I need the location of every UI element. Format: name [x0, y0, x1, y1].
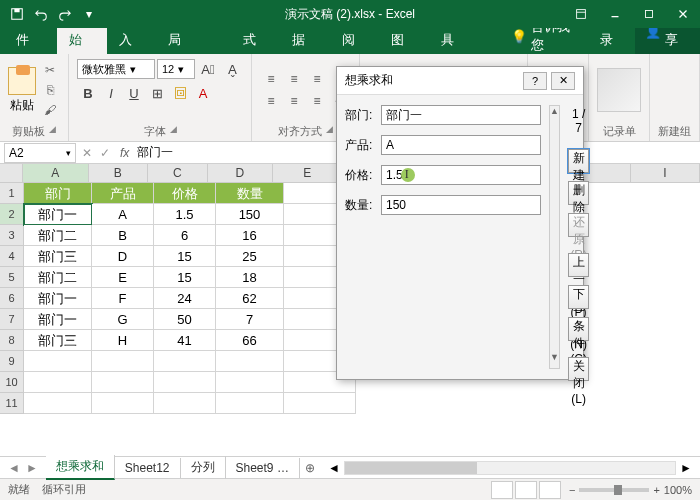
select-all-corner[interactable] — [0, 164, 23, 182]
new-record-button[interactable]: 新建(W) — [568, 149, 589, 173]
sheet-tab[interactable]: 分列 — [181, 456, 226, 479]
cell[interactable]: 部门二 — [24, 267, 92, 288]
cell[interactable]: 150 — [216, 204, 284, 225]
dialog-scrollbar[interactable]: ▲ ▼ — [549, 105, 560, 369]
paste-button[interactable]: 粘贴 — [8, 67, 36, 114]
decrease-font-button[interactable]: A̬ — [221, 58, 243, 80]
cells[interactable]: 部门产品价格数量部门一A1.5150部门二B616部门三D1525部门二E151… — [24, 183, 356, 414]
bold-button[interactable]: B — [77, 82, 99, 104]
delete-record-button[interactable]: 删除(D) — [568, 181, 589, 205]
save-button[interactable] — [6, 3, 28, 25]
border-button[interactable]: ⊞ — [146, 82, 168, 104]
cell[interactable]: G — [92, 309, 154, 330]
cell[interactable]: 部门一 — [24, 309, 92, 330]
scroll-left-button[interactable]: ◄ — [328, 461, 340, 475]
sheet-nav-next[interactable]: ► — [26, 461, 38, 475]
cell[interactable]: 24 — [154, 288, 216, 309]
undo-button[interactable] — [30, 3, 52, 25]
format-painter-button[interactable]: 🖌 — [40, 101, 60, 119]
row-header[interactable]: 5 — [0, 267, 24, 288]
name-box[interactable]: A2▾ — [4, 143, 76, 163]
cell[interactable]: 25 — [216, 246, 284, 267]
col-header-c[interactable]: C — [148, 164, 208, 182]
align-bottom-button[interactable]: ≡ — [306, 69, 328, 89]
cell[interactable]: E — [92, 267, 154, 288]
view-layout-button[interactable] — [515, 481, 537, 499]
row-header[interactable]: 2 — [0, 204, 24, 225]
cell[interactable] — [24, 351, 92, 372]
dialog-titlebar[interactable]: 想乘求和 ? ✕ — [337, 67, 583, 95]
cell[interactable] — [24, 393, 92, 414]
dialog-help-button[interactable]: ? — [523, 72, 547, 90]
cell[interactable]: 6 — [154, 225, 216, 246]
close-button[interactable] — [666, 0, 700, 28]
cell[interactable]: 价格 — [154, 183, 216, 204]
cell[interactable]: 7 — [216, 309, 284, 330]
cell[interactable]: 部门 — [24, 183, 92, 204]
alignment-launcher[interactable]: ◢ — [326, 124, 333, 139]
price-input[interactable]: 1.5 — [381, 165, 541, 185]
col-header-d[interactable]: D — [208, 164, 273, 182]
cell[interactable]: 部门二 — [24, 225, 92, 246]
add-sheet-button[interactable]: ⊕ — [300, 461, 320, 475]
row-header[interactable]: 7 — [0, 309, 24, 330]
scroll-up-button[interactable]: ▲ — [550, 106, 559, 122]
fill-color-button[interactable]: 🞖 — [169, 82, 191, 104]
cell[interactable]: B — [92, 225, 154, 246]
cell[interactable] — [154, 351, 216, 372]
font-name-select[interactable]: 微软雅黑▾ — [77, 59, 155, 79]
cell[interactable]: 18 — [216, 267, 284, 288]
enter-formula-button[interactable]: ✓ — [100, 146, 110, 160]
cell[interactable]: 产品 — [92, 183, 154, 204]
zoom-out-button[interactable]: − — [569, 484, 575, 496]
dept-input[interactable] — [381, 105, 541, 125]
sheet-nav-prev[interactable]: ◄ — [8, 461, 20, 475]
horizontal-scrollbar[interactable] — [344, 461, 676, 475]
font-launcher[interactable]: ◢ — [170, 124, 177, 139]
cell[interactable]: 15 — [154, 246, 216, 267]
view-normal-button[interactable] — [491, 481, 513, 499]
qty-input[interactable] — [381, 195, 541, 215]
view-pagebreak-button[interactable] — [539, 481, 561, 499]
row-header[interactable]: 11 — [0, 393, 24, 414]
scroll-down-button[interactable]: ▼ — [550, 352, 559, 368]
cell[interactable]: F — [92, 288, 154, 309]
font-size-select[interactable]: 12▾ — [157, 59, 195, 79]
row-header[interactable]: 8 — [0, 330, 24, 351]
align-center-button[interactable]: ≡ — [283, 91, 305, 111]
row-header[interactable]: 3 — [0, 225, 24, 246]
italic-button[interactable]: I — [100, 82, 122, 104]
increase-font-button[interactable]: A͐ — [197, 58, 219, 80]
next-record-button[interactable]: 下一条(N) — [568, 285, 589, 309]
cell[interactable]: 数量 — [216, 183, 284, 204]
close-form-button[interactable]: 关闭(L) — [568, 357, 589, 381]
row-header[interactable]: 6 — [0, 288, 24, 309]
qat-dropdown[interactable]: ▾ — [78, 3, 100, 25]
dialog-close-button[interactable]: ✕ — [551, 72, 575, 90]
cell[interactable]: 66 — [216, 330, 284, 351]
clipboard-launcher[interactable]: ◢ — [49, 124, 56, 139]
cell[interactable] — [284, 393, 356, 414]
cell[interactable]: 1.5 — [154, 204, 216, 225]
zoom-level[interactable]: 100% — [664, 484, 692, 496]
cell[interactable] — [154, 372, 216, 393]
cell[interactable]: 16 — [216, 225, 284, 246]
cell[interactable] — [24, 372, 92, 393]
cell[interactable]: H — [92, 330, 154, 351]
cell[interactable] — [92, 393, 154, 414]
cell[interactable] — [216, 393, 284, 414]
cell[interactable]: 15 — [154, 267, 216, 288]
cell[interactable] — [154, 393, 216, 414]
align-top-button[interactable]: ≡ — [260, 69, 282, 89]
cancel-formula-button[interactable]: ✕ — [82, 146, 92, 160]
cell[interactable]: 部门一 — [24, 204, 92, 225]
align-left-button[interactable]: ≡ — [260, 91, 282, 111]
cell[interactable]: 部门一 — [24, 288, 92, 309]
row-header[interactable]: 10 — [0, 372, 24, 393]
row-header[interactable]: 9 — [0, 351, 24, 372]
prev-record-button[interactable]: 上一条(P) — [568, 253, 589, 277]
row-header[interactable]: 4 — [0, 246, 24, 267]
cell[interactable]: 62 — [216, 288, 284, 309]
cut-button[interactable]: ✂ — [40, 61, 60, 79]
col-header-e[interactable]: E — [273, 164, 342, 182]
